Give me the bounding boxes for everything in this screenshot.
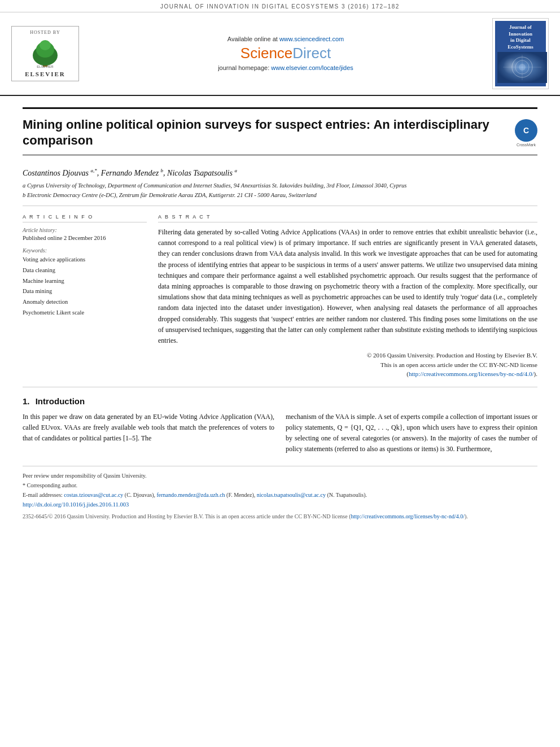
elsevier-wordmark: ELSEVIER [25,71,65,77]
cc-license-link[interactable]: http://creativecommons.org/licenses/by-n… [409,370,534,377]
author-djouvas: Costantinos Djouvas [23,169,89,177]
header-center: Available online at www.sciencedirect.co… [79,36,492,71]
intro-title: 1. Introduction [23,396,537,406]
corresponding-note: * Corresponding author. [23,480,537,490]
footer-notes: Peer review under responsibility of Qass… [23,466,537,521]
email-label: E-mail addresses: [23,492,63,498]
journal-cover-title: Journal ofInnovationin DigitalEcoSystems [497,24,544,51]
author-sup-b: b [161,168,164,173]
published-date: Published online 2 December 2016 [23,234,147,243]
journal-homepage-url[interactable]: www.elsevier.com/locate/jides [271,64,353,71]
journal-top-bar: JOURNAL OF INNOVATION IN DIGITAL ECOSYST… [0,0,560,12]
journal-cover-image [497,52,547,83]
affiliations: a Cyprus University of Technology, Depar… [23,181,537,207]
peer-review-note: Peer review under responsibility of Qass… [23,471,537,480]
footer-license-url[interactable]: http://creativecommons.org/licenses/by-n… [351,513,465,519]
article-info-abstract: A R T I C L E I N F O Article history: P… [23,206,537,387]
abstract-text: Filtering data generated by so-called Vo… [158,227,537,346]
crossmark-badge: C CrossMark [515,119,537,147]
intro-label: Introduction [36,396,85,406]
hosted-by-label: HOSTED BY [30,30,60,35]
keyword-6: Psychometric Likert scale [23,308,147,318]
abstract-header: A B S T R A C T [158,214,537,222]
email-mendez[interactable]: fernando.mendez@zda.uzh.ch [157,492,225,498]
svg-text:C: C [523,126,529,135]
main-content: Mining online political opinion surveys … [0,96,560,532]
footer-license: 2352-6645/© 2016 Qassim University. Prod… [23,512,537,521]
doi-row: http://dx.doi.org/10.1016/j.jides.2016.1… [23,500,537,510]
intro-col1: In this paper we draw on data generated … [23,412,274,455]
svg-point-3 [40,40,51,50]
affiliation-b: b Electronic Democracy Centre (e-DC), Ze… [23,191,537,200]
affiliation-a: a Cyprus University of Technology, Depar… [23,181,537,190]
intro-number: 1. [23,396,30,406]
intro-col2: mechanism of the VAA is simple. A set of… [286,412,537,455]
keyword-3: Machine learning [23,276,147,287]
author-sup-a2: a [234,168,237,173]
page-header: HOSTED BY ELSEVIER ELSEVIER Available on… [0,12,560,96]
article-title: Mining online political opinion surveys … [23,117,506,149]
article-title-section: Mining online political opinion surveys … [23,107,537,155]
journal-homepage: journal homepage: www.elsevier.com/locat… [90,64,481,71]
article-info-col: A R T I C L E I N F O Article history: P… [23,214,147,379]
keyword-4: Data mining [23,286,147,297]
sciencedirect-brand: ScienceDirect [90,45,481,62]
crossmark-label: CrossMark [515,143,537,147]
authors-section: Costantinos Djouvas a,*, Fernando Mendez… [23,162,537,181]
sciencedirect-url[interactable]: www.sciencedirect.com [279,36,344,42]
journal-cover: Journal ofInnovationin DigitalEcoSystems [492,18,549,89]
email-tsapatsoulis[interactable]: nicolas.tsapatsoulis@cut.ac.cy [257,492,326,498]
author-mendez: Fernando Mendez [101,169,159,177]
intro-text-columns: In this paper we draw on data generated … [23,412,537,455]
elsevier-tree-icon: ELSEVIER [23,37,68,68]
svg-text:ELSEVIER: ELSEVIER [37,65,54,68]
keyword-1: Voting advice applications [23,255,147,265]
keyword-2: Data cleaning [23,265,147,276]
journal-citation: JOURNAL OF INNOVATION IN DIGITAL ECOSYST… [160,3,400,10]
introduction-section: 1. Introduction In this paper we draw on… [23,387,537,455]
article-info-header: A R T I C L E I N F O [23,214,147,222]
email-addresses: E-mail addresses: costas.tziouvas@cut.ac… [23,490,537,500]
elsevier-logo: HOSTED BY ELSEVIER ELSEVIER [11,26,79,81]
copyright-text: © 2016 Qassim University. Production and… [158,351,537,379]
abstract-col: A B S T R A C T Filtering data generated… [158,214,537,379]
doi-link[interactable]: http://dx.doi.org/10.1016/j.jides.2016.1… [23,501,129,508]
email-djouvas[interactable]: costas.tziouvas@cut.ac.cy [64,492,123,498]
author-sup-a: a,* [91,168,97,173]
keywords-list: Voting advice applications Data cleaning… [23,255,147,318]
history-label: Article history: [23,227,147,233]
keywords-label: Keywords: [23,247,147,254]
available-online: Available online at www.sciencedirect.co… [90,36,481,42]
journal-cover-box: Journal ofInnovationin DigitalEcoSystems [495,21,546,86]
author-tsapatsoulis: Nicolas Tsapatsoulis [167,169,233,177]
crossmark-icon: C [515,119,537,142]
keyword-5: Anomaly detection [23,297,147,308]
